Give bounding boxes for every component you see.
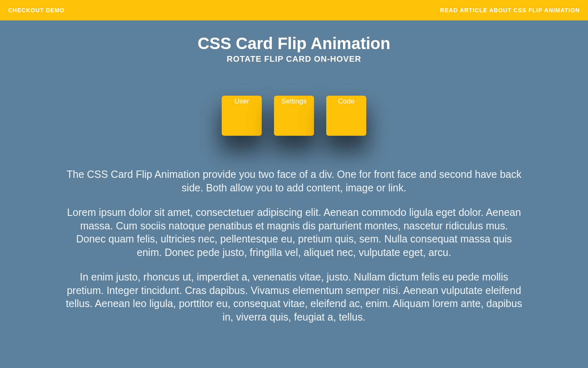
flip-card-user[interactable]: User — [222, 96, 262, 136]
flip-card-code[interactable]: Code — [326, 96, 366, 136]
intro-paragraph: The CSS Card Flip Animation provide you … — [65, 168, 523, 194]
page-subtitle: ROTATE FLIP CARD ON-HOVER — [0, 54, 588, 64]
hero: CSS Card Flip Animation ROTATE FLIP CARD… — [0, 20, 588, 64]
flip-card-settings[interactable]: Settings — [274, 96, 314, 136]
body-paragraph-1: Lorem ipsum dolor sit amet, consectetuer… — [65, 206, 523, 259]
top-bar: CHECKOUT DEMO READ ARTICLE ABOUT CSS FLI… — [0, 0, 588, 20]
card-label: User — [234, 97, 249, 105]
cards-row: User Settings Code — [0, 96, 588, 136]
card-label: Settings — [281, 97, 306, 105]
page-title: CSS Card Flip Animation — [0, 34, 588, 53]
checkout-demo-link[interactable]: CHECKOUT DEMO — [8, 7, 65, 13]
read-article-link[interactable]: READ ARTICLE ABOUT CSS FLIP ANIMATION — [440, 7, 580, 13]
content: The CSS Card Flip Animation provide you … — [57, 168, 531, 323]
body-paragraph-2: In enim justo, rhoncus ut, imperdiet a, … — [65, 270, 523, 323]
card-label: Code — [338, 97, 355, 105]
